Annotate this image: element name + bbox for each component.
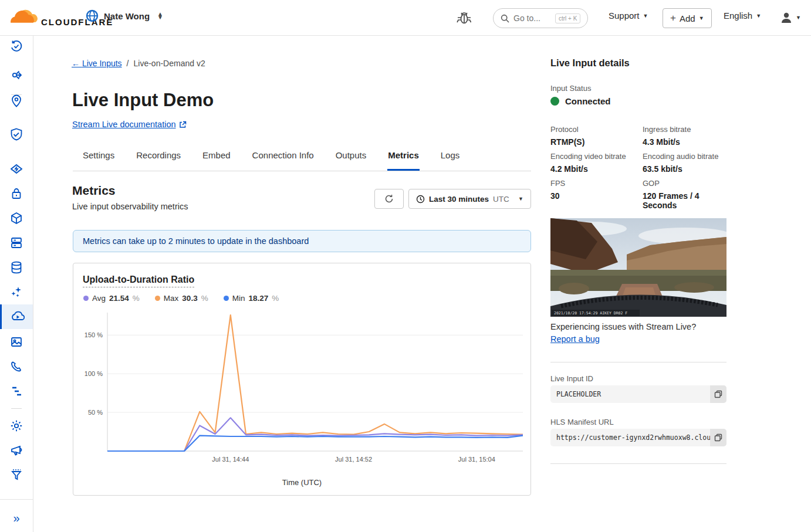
field-audio-bitrate: Encoding audio bitrate 63.5 kbit/s	[643, 152, 726, 174]
add-button[interactable]: + Add ▼	[663, 8, 712, 28]
field-value: 63.5 kbit/s	[643, 164, 726, 174]
legend-name: Min	[232, 294, 245, 303]
global-search[interactable]: ctrl + K	[493, 8, 588, 28]
time-range-selector[interactable]: Last 30 minutes UTC ▼	[408, 189, 531, 209]
language-menu[interactable]: English ▼	[724, 11, 761, 21]
package-icon	[10, 212, 23, 225]
add-label: Add	[680, 13, 695, 23]
user-icon	[779, 11, 793, 25]
svg-text:Jul 31, 14:44: Jul 31, 14:44	[212, 456, 249, 463]
field-fps: FPS 30	[550, 179, 643, 210]
thumbnail-timestamp-overlay: 2021/10/20 17:54:29 AIKEY DR02 F	[554, 311, 627, 316]
sidebar-item-security[interactable]	[0, 122, 33, 147]
sidebar-item-analytics[interactable]	[0, 379, 33, 404]
breadcrumb-separator: /	[127, 59, 129, 68]
field-label: Encoding audio bitrate	[643, 152, 726, 161]
legend-unit: %	[201, 294, 208, 303]
page: CLOUDFLARE Nate Wong ▲▼ ctrl	[0, 0, 811, 532]
sidebar-item-workers[interactable]	[0, 206, 33, 231]
field-label: Ingress bitrate	[643, 125, 726, 134]
sidebar-item-images[interactable]	[0, 330, 33, 354]
svg-text:100 %: 100 %	[85, 370, 103, 377]
server-icon	[10, 236, 23, 249]
sidebar-item-stream[interactable]	[0, 304, 33, 329]
account-switcher[interactable]: Nate Wong ▲▼	[86, 9, 163, 22]
search-input[interactable]	[513, 13, 551, 23]
input-status-label: Input Status	[550, 84, 591, 93]
sidebar-item-locations[interactable]	[0, 89, 33, 113]
breadcrumb-back-link[interactable]: ← Live Inputs	[72, 59, 122, 68]
tab-connection-info[interactable]: Connection Info	[252, 145, 315, 171]
details-heading: Live Input details	[550, 57, 630, 69]
status-badge: Connected	[565, 96, 611, 106]
globe-icon	[86, 9, 99, 22]
tab-bar: Settings Recordings Embed Connection Inf…	[73, 145, 531, 171]
copy-live-input-id-button[interactable]	[710, 385, 726, 403]
sidebar-collapse-button[interactable]: »	[0, 505, 33, 531]
field-value: 4.3 Mbit/s	[643, 137, 726, 147]
metrics-heading: Metrics	[72, 184, 188, 198]
tab-embed[interactable]: Embed	[202, 145, 231, 171]
page-title: Live Input Demo	[72, 90, 214, 111]
legend-dot-avg	[83, 296, 89, 301]
chevron-down-icon: ▼	[796, 15, 801, 21]
field-video-bitrate: Encoding video bitrate 4.2 Mbit/s	[550, 152, 643, 174]
field-label: GOP	[643, 179, 726, 188]
tab-metrics[interactable]: Metrics	[387, 145, 420, 171]
live-input-id-field[interactable]: PLACEHOLDER	[550, 385, 726, 403]
tab-outputs[interactable]: Outputs	[335, 145, 367, 171]
levels-icon	[10, 385, 23, 398]
lock-icon	[11, 187, 22, 200]
sidebar-item-ssl[interactable]	[0, 181, 33, 206]
user-menu[interactable]: ▼	[779, 11, 801, 25]
legend-item-max: Max 30.3 %	[155, 294, 208, 303]
collapse-chevrons-icon: »	[13, 511, 19, 525]
status-dot-connected	[550, 97, 559, 106]
sidebar-item-filter[interactable]	[0, 463, 33, 487]
divider	[550, 362, 726, 362]
info-banner-text: Metrics can take up to 2 minutes to upda…	[83, 236, 309, 246]
tab-logs[interactable]: Logs	[440, 145, 461, 171]
hls-url-field[interactable]: https://customer-igynxd2rwhmuoxw8.cloudf	[550, 429, 726, 446]
field-value: 4.2 Mbit/s	[550, 164, 643, 174]
legend-value: 18.27	[248, 294, 268, 303]
sidebar-item-calls[interactable]	[0, 354, 33, 379]
sidebar-item-settings[interactable]	[0, 414, 33, 438]
tab-recordings[interactable]: Recordings	[136, 145, 181, 171]
sidebar-item-ai[interactable]	[0, 280, 33, 304]
sidebar-item-database[interactable]	[0, 255, 33, 280]
copy-hls-url-button[interactable]	[710, 429, 726, 446]
stream-cloud-play-icon	[11, 310, 25, 323]
refresh-icon	[384, 194, 394, 204]
svg-text:Jul 31, 15:04: Jul 31, 15:04	[458, 456, 495, 463]
tab-settings[interactable]: Settings	[82, 145, 115, 171]
breadcrumb-back-label: Live Inputs	[82, 59, 122, 68]
sidebar-item-network[interactable]	[0, 63, 33, 87]
support-menu[interactable]: Support ▼	[609, 11, 648, 21]
issues-question: Experiencing issues with Stream Live?	[550, 322, 696, 331]
hls-url-label: HLS Manifest URL	[550, 418, 614, 426]
phone-icon	[10, 360, 23, 373]
chevron-down-icon: ▼	[699, 15, 704, 21]
report-bug-link[interactable]: Report a bug	[550, 334, 600, 344]
input-status: Connected	[550, 96, 611, 106]
svg-text:50 %: 50 %	[88, 409, 103, 416]
chevron-updown-icon: ▲▼	[157, 12, 163, 19]
sidebar-item-history[interactable]	[0, 34, 33, 59]
legend-name: Avg	[92, 294, 106, 303]
sidebar-item-storage[interactable]	[0, 231, 33, 255]
chevron-down-icon: ▼	[756, 13, 761, 19]
gear-icon	[10, 419, 23, 432]
field-value: RTMP(S)	[550, 137, 643, 147]
live-input-id-value: PLACEHOLDER	[550, 390, 710, 398]
documentation-link[interactable]: Stream Live documentation	[72, 120, 187, 129]
bug-report-button[interactable]	[457, 9, 473, 26]
search-icon	[501, 14, 509, 23]
refresh-button[interactable]	[374, 189, 404, 209]
divider	[550, 463, 726, 464]
legend-value: 21.54	[109, 294, 129, 303]
sidebar-item-speed[interactable]	[0, 157, 33, 181]
sidebar-item-notifications[interactable]	[0, 438, 33, 463]
documentation-link-label[interactable]: Stream Live documentation	[72, 120, 176, 129]
funnel-icon	[11, 469, 22, 482]
